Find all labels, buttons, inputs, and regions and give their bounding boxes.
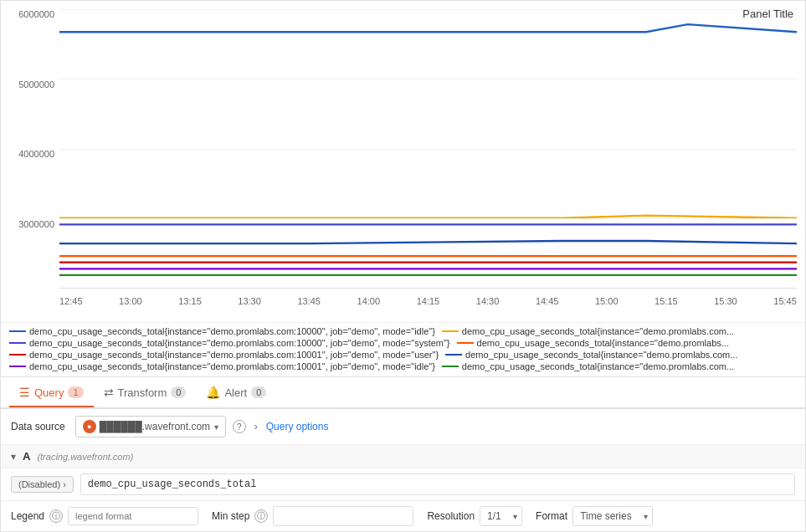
chart-plot [59,9,797,289]
legend-label-1: demo_cpu_usage_seconds_total{instance="d… [29,326,435,336]
disabled-chevron-icon: › [63,479,66,489]
query-icon: ☰ [19,386,30,399]
chart-inner: 6000000 5000000 4000000 3000000 [9,9,797,314]
resolution-select[interactable]: 1/1 1/2 1/4 [480,506,522,526]
datasource-label: Data source [11,421,65,432]
x-label-1300: 13:00 [119,296,142,306]
legend-label-5: demo_cpu_usage_seconds_total{instance="d… [29,350,439,360]
minstep-option-group: Min step ⓘ [212,506,413,526]
format-select-wrapper: Time series Table Heatmap [572,506,653,526]
legend-row-2: demo_cpu_usage_seconds_total{instance="d… [9,338,797,348]
grid-line-4 [59,218,797,219]
minstep-input[interactable] [273,506,413,526]
legend-item-3: demo_cpu_usage_seconds_total{instance="d… [9,338,450,348]
x-label-1430: 14:30 [476,296,500,306]
x-axis: 12:45 13:00 13:15 13:30 13:45 14:00 14:1… [59,289,797,314]
info-icon[interactable]: ? [233,420,246,433]
x-label-1345: 13:45 [297,296,321,306]
datasource-row: Data source ● ██████.wavefront.com ▾ ? ›… [1,409,805,445]
query-letter: A [23,450,30,463]
x-label-1545: 15:45 [773,296,797,306]
minstep-info-icon[interactable]: ⓘ [254,509,268,523]
disabled-label: (Disabled) [18,479,60,489]
legend-label-2: demo_cpu_usage_seconds_total{instance="d… [462,326,734,336]
chart-area: Panel Title 6000000 5000000 4000000 3000… [1,1,805,322]
query-options-link[interactable]: Query options [266,421,329,432]
collapse-icon[interactable]: ▾ [11,451,16,463]
legend-label-6: demo_cpu_usage_seconds_total{instance="d… [465,350,737,360]
tabs-bar: ☰ Query 1 ⇄ Transform 0 🔔 Alert 0 [1,376,805,408]
disabled-button[interactable]: (Disabled) › [11,476,74,493]
legend-item-5: demo_cpu_usage_seconds_total{instance="d… [9,350,439,360]
y-label-6m: 6000000 [18,9,54,19]
legend-input[interactable] [68,507,198,525]
grid-line-2 [59,79,797,79]
panel-container: Panel Title 6000000 5000000 4000000 3000… [0,0,806,532]
legend-color-7 [9,366,26,367]
query-input-row: (Disabled) › [1,468,805,501]
legend-color-5 [9,354,26,356]
legend-label-4: demo_cpu_usage_seconds_total{instance="d… [477,338,729,348]
legend-item-7: demo_cpu_usage_seconds_total{instance="d… [9,361,435,371]
tab-transform[interactable]: ⇄ Transform 0 [94,377,197,407]
x-label-1530: 15:30 [714,296,737,306]
legend-row-1: demo_cpu_usage_seconds_total{instance="d… [9,326,797,336]
format-select[interactable]: Time series Table Heatmap [572,506,653,526]
datasource-name: ██████.wavefront.com [100,421,211,432]
legend-color-6 [445,354,462,356]
tab-query[interactable]: ☰ Query 1 [9,377,94,407]
x-label-1415: 14:15 [417,296,440,306]
y-label-5m: 5000000 [18,79,54,90]
x-label-1445: 14:45 [536,296,559,306]
legend-color-3 [9,342,26,344]
legend-item-6: demo_cpu_usage_seconds_total{instance="d… [445,350,737,360]
query-source: (tracing.wavefront.com) [37,452,133,462]
legend-label-text: Legend [11,510,44,522]
legend-color-2 [442,330,459,332]
x-label-1245: 12:45 [59,296,83,306]
datasource-select[interactable]: ● ██████.wavefront.com ▾ [75,416,226,437]
resolution-label-text: Resolution [427,510,475,522]
legend-label-3: demo_cpu_usage_seconds_total{instance="d… [29,338,450,348]
grid-line-3 [59,149,797,150]
y-label-3m: 3000000 [18,219,54,229]
legend-color-8 [442,366,459,367]
x-label-1315: 13:15 [178,296,202,306]
y-axis: 6000000 5000000 4000000 3000000 [9,9,59,289]
x-label-1400: 14:00 [357,296,381,306]
legend-color-4 [457,342,474,344]
tab-query-label: Query [34,386,64,399]
arrow-right-icon[interactable]: › [254,421,258,432]
tab-alert[interactable]: 🔔 Alert 0 [196,377,276,407]
query-section: Data source ● ██████.wavefront.com ▾ ? ›… [1,408,805,531]
tab-transform-badge: 0 [171,386,186,398]
format-option-group: Format Time series Table Heatmap [536,506,653,526]
query-input[interactable] [80,473,795,495]
legend-row-3: demo_cpu_usage_seconds_total{instance="d… [9,350,797,360]
resolution-option-group: Resolution 1/1 1/2 1/4 [427,506,522,526]
tab-query-badge: 1 [68,386,83,398]
x-label-1515: 15:15 [655,296,678,306]
legend-label-7: demo_cpu_usage_seconds_total{instance="d… [29,361,435,371]
legend-row-4: demo_cpu_usage_seconds_total{instance="d… [9,361,797,371]
legend-color-1 [9,330,26,332]
transform-icon: ⇄ [104,386,114,399]
legend-item-1: demo_cpu_usage_seconds_total{instance="d… [9,326,435,336]
legend-area: demo_cpu_usage_seconds_total{instance="d… [1,322,805,376]
format-label-text: Format [536,510,567,522]
resolution-select-wrapper: 1/1 1/2 1/4 [480,506,522,526]
y-label-4m: 4000000 [18,149,54,159]
tab-transform-label: Transform [118,386,167,399]
datasource-icon: ● [83,420,96,433]
legend-label-8: demo_cpu_usage_seconds_total{instance="d… [462,361,734,371]
alert-icon: 🔔 [206,386,220,399]
legend-option-group: Legend ⓘ [11,507,198,525]
legend-item-8: demo_cpu_usage_seconds_total{instance="d… [442,361,734,371]
grid-line-top [59,9,797,10]
tab-alert-label: Alert [224,386,247,399]
legend-info-icon[interactable]: ⓘ [49,509,63,523]
minstep-label-text: Min step [212,510,249,522]
legend-item-4: demo_cpu_usage_seconds_total{instance="d… [457,338,729,348]
legend-item-2: demo_cpu_usage_seconds_total{instance="d… [442,326,734,336]
options-row: Legend ⓘ Min step ⓘ Resolution 1/1 1/2 1… [1,501,805,531]
